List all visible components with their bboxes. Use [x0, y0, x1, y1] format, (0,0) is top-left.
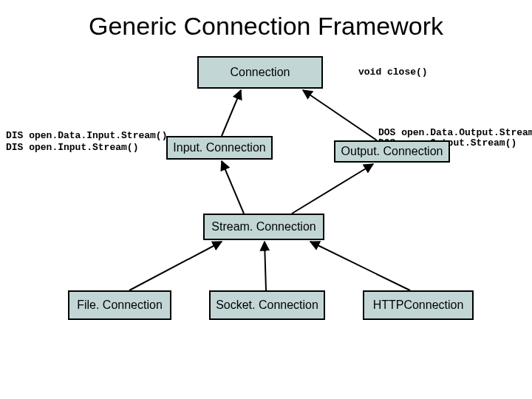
annotation-close: void close() — [358, 66, 428, 78]
box-input-connection: Input. Connection — [166, 136, 273, 160]
svg-line-6 — [310, 242, 410, 290]
annotation-dos1: DOS open.Data.Output.Stream( — [378, 127, 532, 138]
svg-line-0 — [222, 90, 241, 136]
box-file-label: File. Connection — [77, 299, 163, 312]
box-socket-label: Socket. Connection — [216, 299, 318, 312]
box-output-label: Output. Connection — [341, 145, 443, 158]
svg-line-2 — [222, 161, 244, 214]
svg-line-1 — [303, 90, 377, 140]
box-http-connection: HTTPConnection — [363, 290, 474, 320]
annotation-dis1: DIS open.Data.Input.Stream() — [6, 130, 167, 141]
box-stream-label: Stream. Connection — [211, 220, 316, 233]
svg-line-5 — [265, 242, 266, 290]
box-connection-label: Connection — [231, 66, 290, 79]
box-connection: Connection — [197, 56, 323, 89]
box-stream-connection: Stream. Connection — [203, 214, 324, 240]
box-output-connection: Output. Connection — [334, 140, 450, 163]
box-file-connection: File. Connection — [68, 290, 171, 320]
svg-line-3 — [292, 164, 373, 214]
svg-line-4 — [129, 242, 222, 290]
box-input-label: Input. Connection — [173, 141, 265, 154]
annotation-dis2: DIS open.Input.Stream() — [6, 142, 138, 153]
box-socket-connection: Socket. Connection — [209, 290, 325, 320]
page-title: Generic Connection Framework — [0, 12, 532, 41]
box-http-label: HTTPConnection — [373, 299, 464, 312]
